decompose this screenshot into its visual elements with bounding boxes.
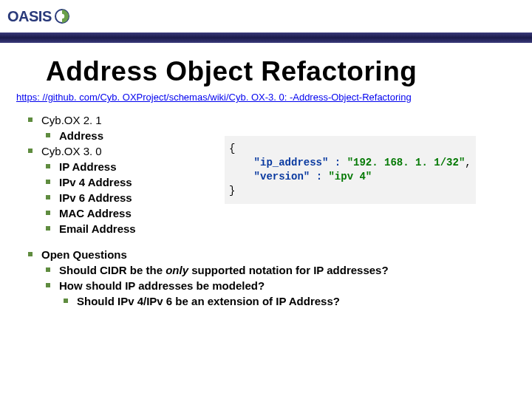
bullet-icon bbox=[46, 133, 50, 137]
bullet-icon bbox=[46, 211, 50, 215]
bullet-icon bbox=[46, 226, 50, 231]
list-item: IPv 6 Address bbox=[41, 190, 532, 205]
bullet-icon bbox=[28, 252, 33, 256]
list-item: Email Address bbox=[41, 221, 532, 236]
content: { "ip_address" : "192. 168. 1. 1/32", "v… bbox=[24, 112, 532, 309]
list-item: Cyb.OX 2. 1 bbox=[24, 112, 532, 128]
bullet-icon bbox=[46, 267, 50, 272]
list-item: How should IP addresses be modeled? bbox=[41, 278, 532, 293]
logo: OASIS bbox=[7, 8, 69, 25]
list-item: MAC Address bbox=[41, 205, 532, 221]
bullet-icon bbox=[46, 180, 50, 184]
logo-mark-icon bbox=[55, 9, 69, 24]
bullet-icon bbox=[46, 195, 50, 200]
list-item: IP Address bbox=[41, 159, 532, 174]
outline-list: Cyb.OX 2. 1 Address Cyb.OX 3. 0 IP Addre… bbox=[24, 112, 532, 236]
bullet-icon bbox=[28, 149, 33, 153]
list-item: Should CIDR be the only supported notati… bbox=[41, 262, 532, 278]
bullet-icon bbox=[64, 299, 68, 303]
open-questions-list: Open Questions Should CIDR be the only s… bbox=[24, 247, 532, 309]
list-item: Address bbox=[41, 128, 532, 143]
page-title: Address Object Refactoring bbox=[46, 56, 532, 87]
gradient-bar bbox=[0, 33, 532, 43]
logo-text: OASIS bbox=[7, 8, 52, 25]
list-item: Open Questions bbox=[24, 247, 532, 262]
bullet-icon bbox=[46, 164, 50, 168]
svg-point-1 bbox=[60, 14, 64, 18]
bullet-icon bbox=[46, 283, 50, 287]
bullet-icon bbox=[28, 117, 33, 122]
list-item: Should IPv 4/IPv 6 be an extension of IP… bbox=[59, 293, 532, 309]
list-item: IPv 4 Address bbox=[41, 174, 532, 190]
reference-link[interactable]: https: //github. com/Cyb. OXProject/sche… bbox=[16, 92, 412, 103]
list-item: Cyb.OX 3. 0 bbox=[24, 143, 532, 159]
logo-bar: OASIS bbox=[0, 0, 532, 33]
